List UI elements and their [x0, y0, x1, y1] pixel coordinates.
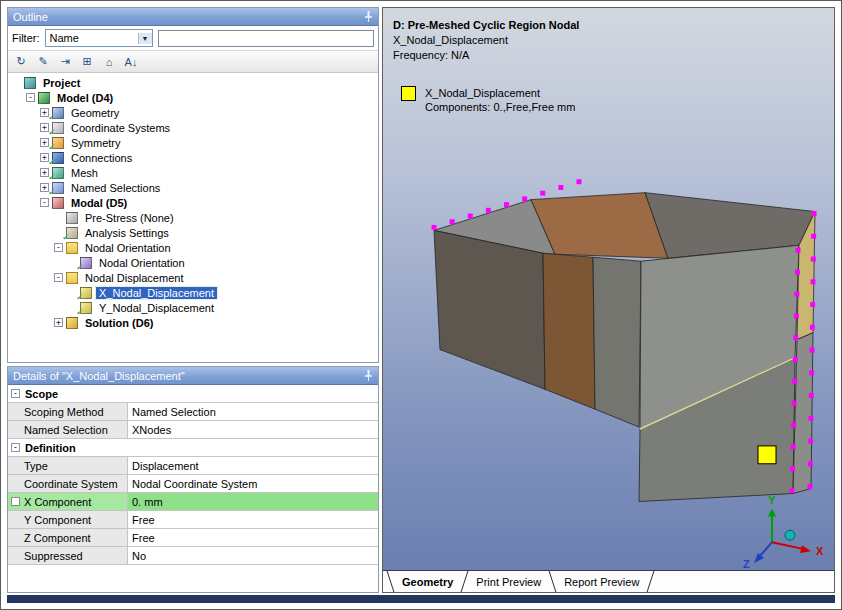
tree-item-named-selections[interactable]: +✓Named Selections	[8, 180, 378, 195]
result-name: X_Nodal_Displacement	[393, 33, 579, 48]
view-tabs: GeometryPrint PreviewReport Preview	[383, 570, 834, 592]
property-value[interactable]: Named Selection	[128, 403, 378, 420]
tree-item-pre-stress-none[interactable]: Pre-Stress (None)	[8, 210, 378, 225]
tree-item-label: Solution (D6)	[82, 317, 156, 329]
property-value[interactable]: 0. mm	[128, 493, 378, 510]
check-mark-icon: ✓	[48, 187, 56, 197]
section-label: Definition	[25, 442, 76, 454]
tree-item-connections[interactable]: +✓Connections	[8, 150, 378, 165]
check-mark-icon: ✓	[48, 127, 56, 137]
node-marker	[808, 484, 813, 489]
named-selections-icon: ✓	[52, 182, 64, 194]
node-marker	[791, 423, 796, 428]
property-label: Suppressed	[8, 547, 128, 564]
collapse-icon[interactable]: -	[11, 443, 20, 452]
tab-print-preview[interactable]: Print Preview	[467, 571, 550, 592]
tree-item-label: Geometry	[68, 107, 122, 119]
node-marker	[793, 357, 798, 362]
parameter-checkbox[interactable]	[11, 497, 20, 506]
check-mark-icon: ✓	[48, 142, 56, 152]
check-mark-icon: ✓	[48, 157, 56, 167]
filter-input[interactable]	[158, 30, 375, 47]
details-section-scope[interactable]: -Scope	[8, 385, 378, 403]
filter-label: Filter:	[12, 32, 40, 44]
tree-item-solution-d6[interactable]: +Solution (D6)	[8, 315, 378, 330]
node-marker	[810, 348, 815, 353]
tree-item-mesh[interactable]: +✓Mesh	[8, 165, 378, 180]
tree-item-label: X_Nodal_Displacement	[96, 287, 217, 299]
tree-item-modal-d5[interactable]: -Modal (D5)	[8, 195, 378, 210]
search-tree-icon[interactable]: ⌂	[100, 53, 118, 70]
pin-icon[interactable]	[364, 370, 373, 381]
node-marker	[792, 401, 797, 406]
tree-item-label: Nodal Displacement	[82, 272, 186, 284]
details-row-named-selection: Named SelectionXNodes	[8, 421, 378, 439]
refresh-outline-icon[interactable]: ↻	[12, 53, 30, 70]
details-row-type: TypeDisplacement	[8, 457, 378, 475]
tree-item-nodal-orientation[interactable]: ✓Nodal Orientation	[8, 255, 378, 270]
tree-item-symmetry[interactable]: +✓Symmetry	[8, 135, 378, 150]
section-label: Scope	[25, 388, 58, 400]
model-front-face	[434, 230, 545, 389]
modal-icon	[52, 197, 64, 209]
node-marker	[808, 461, 813, 466]
symmetry-icon: ✓	[52, 137, 64, 149]
folder-icon	[66, 272, 78, 284]
tree-item-nodal-displacement[interactable]: -Nodal Displacement	[8, 270, 378, 285]
triad-x-label: X	[816, 545, 824, 557]
triad-iso-ball[interactable]	[785, 530, 795, 540]
graphics-viewport[interactable]: Y X Z D: Pre-Meshed Cyclic Region Nodal …	[383, 8, 834, 570]
legend-swatch	[401, 86, 416, 101]
tree-item-label: Analysis Settings	[82, 227, 172, 239]
node-marker	[809, 416, 814, 421]
node-marker	[432, 225, 437, 230]
node-marker	[791, 444, 796, 449]
view-triad[interactable]: Y X Z	[743, 495, 824, 570]
property-value[interactable]: Free	[128, 529, 378, 546]
pin-icon[interactable]	[364, 11, 373, 22]
collapse-icon[interactable]: -	[11, 389, 20, 398]
outline-panel: Outline Filter: Name ▼ ↻✎⇥⊞⌂A↓ Project-M…	[7, 7, 379, 363]
check-mark-icon: ✓	[48, 112, 56, 122]
property-value[interactable]: No	[128, 547, 378, 564]
node-marker	[793, 335, 798, 340]
triad-y-arrow[interactable]	[768, 508, 776, 516]
collapse-icon[interactable]: -	[54, 273, 63, 282]
tree-item-geometry[interactable]: +✓Geometry	[8, 105, 378, 120]
model-outer-face	[793, 333, 813, 494]
triad-x-arrow[interactable]	[800, 545, 811, 553]
filter-name-select[interactable]: Name ▼	[45, 29, 153, 47]
collapse-icon[interactable]: -	[40, 198, 49, 207]
expand-icon[interactable]: +	[54, 318, 63, 327]
property-value[interactable]: Displacement	[128, 457, 378, 474]
tab-report-preview[interactable]: Report Preview	[555, 571, 648, 592]
collapse-icon[interactable]: -	[54, 243, 63, 252]
node-marker	[812, 211, 817, 216]
edit-filter-icon[interactable]: ✎	[34, 53, 52, 70]
collapse-icon[interactable]: -	[26, 93, 35, 102]
property-value[interactable]: Free	[128, 511, 378, 528]
triad-z-arrow[interactable]	[754, 553, 764, 563]
tree-item-project[interactable]: Project	[8, 75, 378, 90]
property-label: X Component	[8, 493, 128, 510]
tab-geometry[interactable]: Geometry	[393, 571, 462, 592]
property-value[interactable]: XNodes	[128, 421, 378, 438]
details-section-definition[interactable]: -Definition	[8, 439, 378, 457]
nodal-displacement-icon: ✓	[80, 302, 92, 314]
nodal-orientation-icon: ✓	[80, 257, 92, 269]
legend-label: X_Nodal_Displacement	[425, 86, 575, 100]
tree-item-analysis-settings[interactable]: ✓Analysis Settings	[8, 225, 378, 240]
tree-item-nodal-orientation[interactable]: -Nodal Orientation	[8, 240, 378, 255]
tree-item-x-nodal-displacement[interactable]: ✓X_Nodal_Displacement	[8, 285, 378, 300]
tree-item-y-nodal-displacement[interactable]: ✓Y_Nodal_Displacement	[8, 300, 378, 315]
property-value[interactable]: Nodal Coordinate System	[128, 475, 378, 492]
tree-item-coordinate-systems[interactable]: +✓Coordinate Systems	[8, 120, 378, 135]
outline-title: Outline	[13, 11, 48, 23]
expand-all-icon[interactable]: ⊞	[78, 53, 96, 70]
tree-item-label: Pre-Stress (None)	[82, 212, 177, 224]
sort-az-icon[interactable]: A↓	[122, 53, 140, 70]
go-to-selected-icon[interactable]: ⇥	[56, 53, 74, 70]
tree-item-model-d4[interactable]: -Model (D4)	[8, 90, 378, 105]
details-row-x-component: X Component0. mm	[8, 493, 378, 511]
details-table: -ScopeScoping MethodNamed SelectionNamed…	[8, 385, 378, 592]
